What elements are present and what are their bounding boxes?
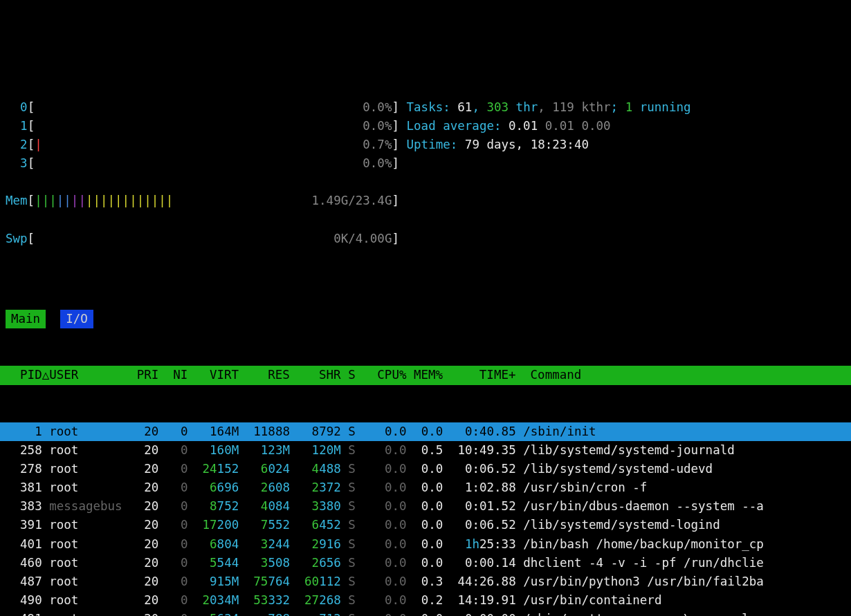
tab-bar: Main I/O	[0, 310, 851, 328]
tab-main[interactable]: Main	[6, 310, 46, 328]
process-row[interactable]: 258 root 20 0 160M 123M 120M S 0.0 0.5 1…	[0, 441, 851, 460]
process-row[interactable]: 401 root 20 0 6804 3244 2916 S 0.0 0.0 1…	[0, 535, 851, 554]
column-header[interactable]: PID△USER PRI NI VIRT RES SHR S CPU% MEM%…	[0, 366, 851, 384]
cpu-meter-0: 0[ 0.0%] Tasks: 61, 303 thr, 119 kthr; 1…	[6, 98, 851, 117]
cpu-meter-2: 2[| 0.7%] Uptime: 79 days, 18:23:40	[6, 136, 851, 154]
process-list[interactable]: 1 root 20 0 164M 11888 8792 S 0.0 0.0 0:…	[0, 422, 851, 616]
cpu-meter-3: 3[ 0.0%]	[6, 154, 851, 173]
process-row[interactable]: 383 messagebus 20 0 8752 4084 3380 S 0.0…	[0, 497, 851, 516]
swp-meter: Swp[ 0K/4.00G]	[6, 230, 851, 248]
tab-io[interactable]: I/O	[60, 310, 93, 328]
process-row[interactable]: 460 root 20 0 5544 3508 2656 S 0.0 0.0 0…	[0, 554, 851, 572]
process-row[interactable]: 1 root 20 0 164M 11888 8792 S 0.0 0.0 0:…	[0, 422, 851, 441]
htop-header: 0[ 0.0%] Tasks: 61, 303 thr, 119 kthr; 1…	[0, 75, 851, 267]
process-row[interactable]: 487 root 20 0 915M 75764 60112 S 0.0 0.3…	[0, 572, 851, 591]
process-row[interactable]: 491 root 20 0 5624 788 712 S 0.0 0.0 0:0…	[0, 610, 851, 616]
process-row[interactable]: 490 root 20 0 2034M 53332 27268 S 0.0 0.…	[0, 591, 851, 610]
mem-meter: Mem[||||||||||||||||||| 1.49G/23.4G]	[6, 192, 851, 210]
process-row[interactable]: 391 root 20 0 17200 7552 6452 S 0.0 0.0 …	[0, 516, 851, 534]
process-row[interactable]: 381 root 20 0 6696 2608 2372 S 0.0 0.0 1…	[0, 478, 851, 497]
cpu-meter-1: 1[ 0.0%] Load average: 0.01 0.01 0.00	[6, 117, 851, 136]
process-row[interactable]: 278 root 20 0 24152 6024 4488 S 0.0 0.0 …	[0, 460, 851, 478]
